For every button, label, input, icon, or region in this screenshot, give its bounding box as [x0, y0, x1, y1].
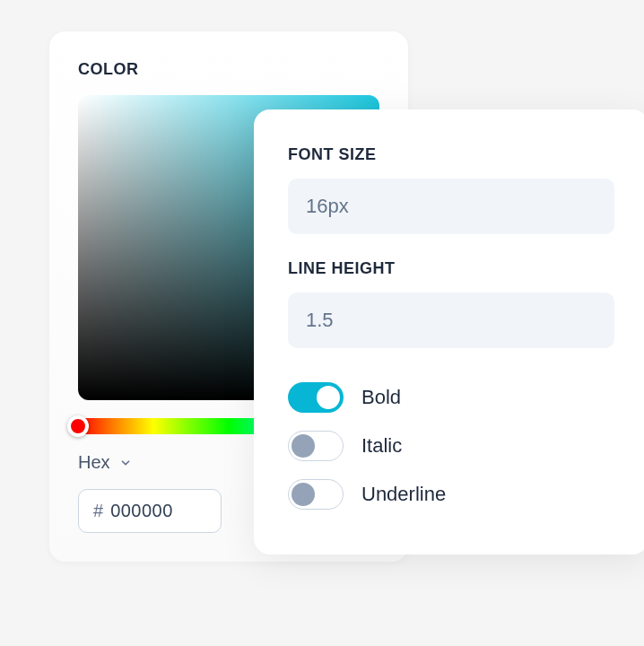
hex-input-container[interactable]: #: [78, 489, 222, 533]
color-section-title: COLOR: [78, 60, 379, 79]
toggle-knob: [317, 386, 340, 409]
font-size-title: FONT SIZE: [288, 145, 614, 164]
bold-toggle[interactable]: [288, 382, 344, 413]
color-format-label: Hex: [78, 452, 110, 473]
underline-toggle-label: Underline: [361, 483, 446, 506]
hex-input[interactable]: [110, 501, 206, 521]
italic-toggle[interactable]: [288, 431, 344, 461]
underline-toggle[interactable]: [288, 479, 344, 510]
font-settings-panel: FONT SIZE LINE HEIGHT Bold Italic Underl…: [254, 109, 644, 554]
toggle-knob: [292, 483, 315, 506]
hex-prefix: #: [93, 501, 103, 521]
chevron-down-icon[interactable]: [119, 457, 132, 469]
line-height-title: LINE HEIGHT: [288, 259, 614, 278]
bold-toggle-label: Bold: [361, 386, 401, 409]
font-size-input[interactable]: [288, 179, 614, 234]
hue-slider-thumb[interactable]: [67, 415, 89, 437]
italic-toggle-label: Italic: [361, 434, 402, 458]
toggle-knob: [292, 434, 315, 458]
line-height-input[interactable]: [288, 292, 614, 348]
